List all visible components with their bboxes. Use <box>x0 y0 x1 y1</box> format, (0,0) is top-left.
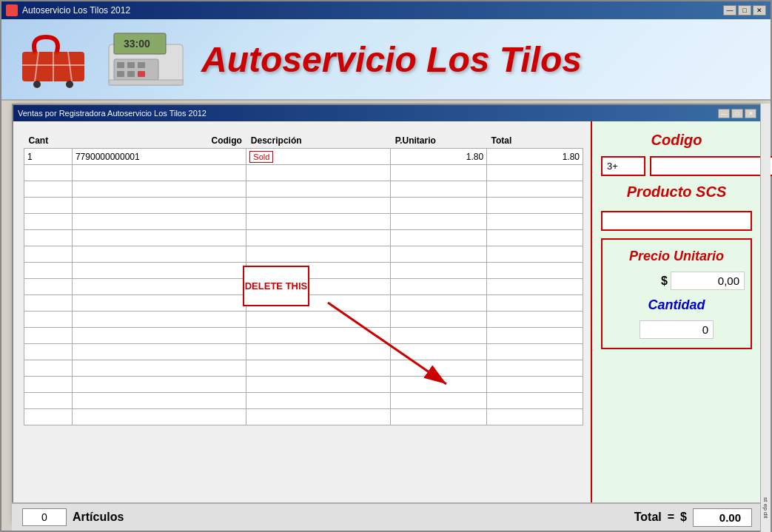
cantidad-input[interactable] <box>640 320 714 339</box>
svg-point-5 <box>33 81 41 88</box>
inner-window: Ventas por Registradora Autoservicio Los… <box>12 104 762 522</box>
precio-value-row: $ <box>608 272 745 290</box>
footer-total-label: Total <box>634 511 662 524</box>
cell-codigo-1: 7790000000001 <box>72 149 246 165</box>
outer-window-title: Autoservicio Los Tilos 2012 <box>22 5 130 16</box>
strip-text-1: st <box>762 497 769 502</box>
outer-titlebar: Autoservicio Los Tilos 2012 — □ ✕ <box>1 1 771 19</box>
table-row <box>24 230 583 246</box>
svg-rect-15 <box>127 71 135 77</box>
table-row <box>24 312 583 328</box>
table-row <box>24 360 583 377</box>
footer-bar: 0 Artículos Total = $ 0.00 <box>12 502 762 531</box>
table-row <box>24 409 583 425</box>
inner-window-title: Ventas por Registradora Autoservicio Los… <box>18 109 207 118</box>
inner-close-button[interactable]: ✕ <box>745 109 756 118</box>
inner-maximize-button[interactable]: □ <box>731 109 743 118</box>
right-panel: Codigo Producto SCS Precio Unitario $ Ca… <box>591 121 761 520</box>
outer-titlebar-controls: — □ ✕ <box>723 5 766 16</box>
table-row <box>24 198 583 214</box>
producto-label: Producto SCS <box>601 183 752 201</box>
outer-close-button[interactable]: ✕ <box>753 5 766 16</box>
footer-equals: = <box>668 511 674 524</box>
strip-text-2: ep <box>762 504 769 511</box>
table-area: Cant Codigo Descripción P.Unitario Total… <box>13 121 591 520</box>
svg-rect-17 <box>109 80 183 85</box>
svg-text:33:00: 33:00 <box>124 38 150 50</box>
inner-titlebar-controls: — □ ✕ <box>718 109 756 118</box>
footer-total-dollar: $ <box>680 511 687 524</box>
delete-text: DELETE THIS <box>245 280 308 292</box>
right-strip: st ep dit <box>760 104 771 532</box>
table-row <box>24 328 583 344</box>
footer-total-section: Total = $ 0.00 <box>634 508 752 527</box>
main-content: Cant Codigo Descripción P.Unitario Total… <box>13 121 761 520</box>
app-icon <box>6 4 18 16</box>
table-row <box>24 181 583 198</box>
sold-badge: Sold <box>249 151 273 163</box>
precio-dollar: $ <box>661 275 668 288</box>
col-codigo: Codigo <box>72 133 246 149</box>
col-total: Total <box>487 133 583 149</box>
codigo-input-row <box>601 156 752 176</box>
cantidad-label: Cantidad <box>648 297 705 313</box>
footer-articles-count: 0 <box>22 508 67 526</box>
svg-rect-16 <box>138 71 145 77</box>
codigo-label: Codigo <box>601 132 752 149</box>
header-title: Autoservicio Los Tilos <box>201 39 582 80</box>
register-icon: 33:00 <box>105 30 187 89</box>
inner-title-group: Ventas por Registradora Autoservicio Los… <box>18 109 207 118</box>
precio-cantidad-box: Precio Unitario $ Cantidad <box>601 238 752 349</box>
cell-total-1: 1.80 <box>487 149 583 165</box>
cell-punit-1: 1.80 <box>391 149 487 165</box>
inner-titlebar: Ventas por Registradora Autoservicio Los… <box>13 105 761 121</box>
col-punitario: P.Unitario <box>391 133 487 149</box>
outer-maximize-button[interactable]: □ <box>738 5 751 16</box>
col-cant: Cant <box>24 133 73 149</box>
table-row <box>24 246 583 263</box>
header-banner: 33:00 Autoservicio Los Tilos <box>1 19 771 101</box>
table-row <box>24 377 583 393</box>
table-row <box>24 214 583 230</box>
table-row <box>24 165 583 181</box>
codigo-prefix-input[interactable] <box>601 156 645 176</box>
svg-point-6 <box>66 81 73 88</box>
col-descripcion: Descripción <box>246 133 391 149</box>
codigo-input[interactable] <box>650 156 772 176</box>
svg-rect-14 <box>117 71 124 77</box>
strip-text-3: dit <box>762 512 769 518</box>
svg-rect-12 <box>127 62 135 68</box>
producto-input[interactable] <box>601 211 752 231</box>
table-row <box>24 344 583 360</box>
precio-input[interactable] <box>671 272 745 290</box>
delete-annotation: DELETE THIS <box>243 266 309 306</box>
inner-minimize-button[interactable]: — <box>718 109 730 118</box>
precio-unitario-label: Precio Unitario <box>629 249 724 264</box>
svg-rect-11 <box>117 62 124 68</box>
svg-rect-13 <box>138 62 145 68</box>
outer-minimize-button[interactable]: — <box>723 5 736 16</box>
cell-cant-1: 1 <box>24 149 73 165</box>
footer-total-value: 0.00 <box>693 508 752 527</box>
outer-window: Autoservicio Los Tilos 2012 — □ ✕ <box>0 0 772 532</box>
cell-desc-1: Sold <box>246 149 391 165</box>
basket-icon <box>16 30 90 89</box>
table-row: 1 7790000000001 Sold 1.80 1.80 <box>24 149 583 165</box>
table-row <box>24 393 583 409</box>
footer-articles-label: Artículos <box>73 511 124 524</box>
outer-title-group: Autoservicio Los Tilos 2012 <box>6 4 130 16</box>
